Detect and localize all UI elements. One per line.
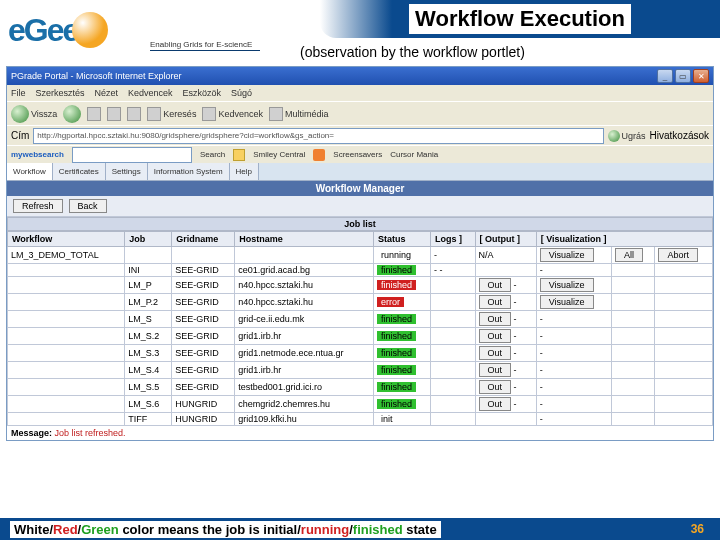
go-button[interactable]: Ugrás: [608, 130, 646, 142]
browser-toolbar: Vissza Keresés Kedvencek Multimédia: [7, 101, 713, 125]
out-button[interactable]: Out: [479, 346, 512, 360]
col-3: Hostname: [235, 232, 374, 247]
maximize-button[interactable]: ▭: [675, 69, 691, 83]
title-bar: Workflow Execution: [320, 0, 720, 38]
status-badge: finished: [377, 382, 416, 392]
visualize-button[interactable]: Visualize: [540, 278, 594, 292]
searchweb-cursor[interactable]: Cursor Mania: [390, 150, 438, 159]
table-row: LM_SSEE-GRIDgrid-ce.ii.edu.mkfinishedOut…: [8, 311, 713, 328]
portlet-title: Workflow Manager: [7, 181, 713, 196]
back-icon: [11, 105, 29, 123]
smiley-icon: [233, 149, 245, 161]
slide-title: Workflow Execution: [409, 4, 631, 34]
col-4: Status: [374, 232, 431, 247]
page-content: Workflow Certificates Settings Informati…: [7, 163, 713, 440]
joblist-header: Job list: [7, 217, 713, 231]
status-badge: finished: [377, 331, 416, 341]
table-row: LM_S.4SEE-GRIDgrid1.irb.hrfinishedOut --: [8, 362, 713, 379]
tab-settings[interactable]: Settings: [106, 163, 148, 180]
searchweb-toolbar: mywebsearch Search Smiley Central Screen…: [7, 145, 713, 163]
visualize-button[interactable]: Visualize: [540, 248, 594, 262]
menu-edit[interactable]: Szerkesztés: [36, 88, 85, 98]
screensaver-icon: [313, 149, 325, 161]
out-button[interactable]: Out: [479, 312, 512, 326]
refresh-icon[interactable]: [107, 107, 121, 121]
visualize-button[interactable]: Visualize: [540, 295, 594, 309]
tagline: Enabling Grids for E-sciencE: [150, 40, 252, 49]
menu-view[interactable]: Nézet: [95, 88, 119, 98]
out-button[interactable]: Out: [479, 380, 512, 394]
searchweb-screensavers[interactable]: Screensavers: [333, 150, 382, 159]
status-badge: finished: [377, 314, 416, 324]
minimize-button[interactable]: _: [657, 69, 673, 83]
refresh-button[interactable]: Refresh: [13, 199, 63, 213]
search-button[interactable]: Keresés: [147, 107, 196, 121]
browser-titlebar[interactable]: PGrade Portal - Microsoft Internet Explo…: [7, 67, 713, 85]
col-5: Logs ]: [430, 232, 475, 247]
col-1: Job: [125, 232, 172, 247]
out-button[interactable]: Out: [479, 329, 512, 343]
tab-help[interactable]: Help: [230, 163, 259, 180]
tab-workflow[interactable]: Workflow: [7, 163, 53, 180]
out-button[interactable]: Out: [479, 397, 512, 411]
links-label[interactable]: Hivatkozások: [650, 130, 709, 141]
go-icon: [608, 130, 620, 142]
out-button[interactable]: Out: [479, 278, 512, 292]
menu-help[interactable]: Súgó: [231, 88, 252, 98]
status-badge: init: [377, 414, 397, 424]
address-bar: Cím Ugrás Hivatkozások: [7, 125, 713, 145]
message-label: Message:: [11, 428, 52, 438]
job-table: WorkflowJobGridnameHostnameStatusLogs ][…: [7, 231, 713, 426]
close-button[interactable]: ✕: [693, 69, 709, 83]
tagline-underline: [150, 50, 260, 51]
star-icon: [202, 107, 216, 121]
menu-favorites[interactable]: Kedvencek: [128, 88, 173, 98]
portal-tabs: Workflow Certificates Settings Informati…: [7, 163, 713, 181]
address-label: Cím: [11, 130, 29, 141]
window-title: PGrade Portal - Microsoft Internet Explo…: [11, 71, 182, 81]
address-input[interactable]: [33, 128, 603, 144]
browser-menu: File Szerkesztés Nézet Kedvencek Eszközö…: [7, 85, 713, 101]
searchweb-smiley[interactable]: Smiley Central: [253, 150, 305, 159]
browser-window: PGrade Portal - Microsoft Internet Explo…: [6, 66, 714, 441]
forward-button[interactable]: [63, 105, 81, 123]
logo-text: eGee: [8, 12, 78, 49]
media-button[interactable]: Multimédia: [269, 107, 329, 121]
tab-info[interactable]: Information System: [148, 163, 230, 180]
searchweb-search[interactable]: Search: [200, 150, 225, 159]
menu-tools[interactable]: Eszközök: [183, 88, 222, 98]
table-row: INISEE-GRIDce01.grid.acad.bgfinished- --: [8, 264, 713, 277]
col-7: [ Visualization ]: [536, 232, 712, 247]
status-badge: finished: [377, 365, 416, 375]
footer-legend: White/Red/Green color means the job is i…: [10, 521, 441, 538]
abort-button[interactable]: Abort: [658, 248, 698, 262]
message-row: Message: Job list refreshed.: [7, 426, 713, 440]
status-badge: finished: [377, 348, 416, 358]
all-button[interactable]: All: [615, 248, 643, 262]
tab-certificates[interactable]: Certificates: [53, 163, 106, 180]
menu-file[interactable]: File: [11, 88, 26, 98]
status-badge: finished: [377, 280, 416, 290]
table-row: TIFFHUNGRIDgrid109.kfki.huinit-: [8, 413, 713, 426]
table-row: LM_3_DEMO_TOTALrunning-N/AVisualizeAllAb…: [8, 247, 713, 264]
out-button[interactable]: Out: [479, 363, 512, 377]
col-0: Workflow: [8, 232, 125, 247]
searchweb-brand: mywebsearch: [11, 150, 64, 159]
favorites-button[interactable]: Kedvencek: [202, 107, 263, 121]
action-bar: Refresh Back: [7, 196, 713, 217]
back-button-portlet[interactable]: Back: [69, 199, 107, 213]
table-row: LM_S.5SEE-GRIDtestbed001.grid.ici.rofini…: [8, 379, 713, 396]
col-2: Gridname: [172, 232, 235, 247]
table-row: LM_PSEE-GRIDn40.hpcc.sztaki.hufinishedOu…: [8, 277, 713, 294]
logo-globe-icon: [72, 12, 108, 48]
status-badge: error: [377, 297, 404, 307]
searchweb-input[interactable]: [72, 147, 192, 163]
col-6: [ Output ]: [475, 232, 536, 247]
stop-icon[interactable]: [87, 107, 101, 121]
back-button[interactable]: Vissza: [11, 105, 57, 123]
footer-bar: White/Red/Green color means the job is i…: [0, 518, 720, 540]
slide-subtitle: (observation by the workflow portlet): [300, 44, 525, 60]
search-icon: [147, 107, 161, 121]
home-icon[interactable]: [127, 107, 141, 121]
out-button[interactable]: Out: [479, 295, 512, 309]
